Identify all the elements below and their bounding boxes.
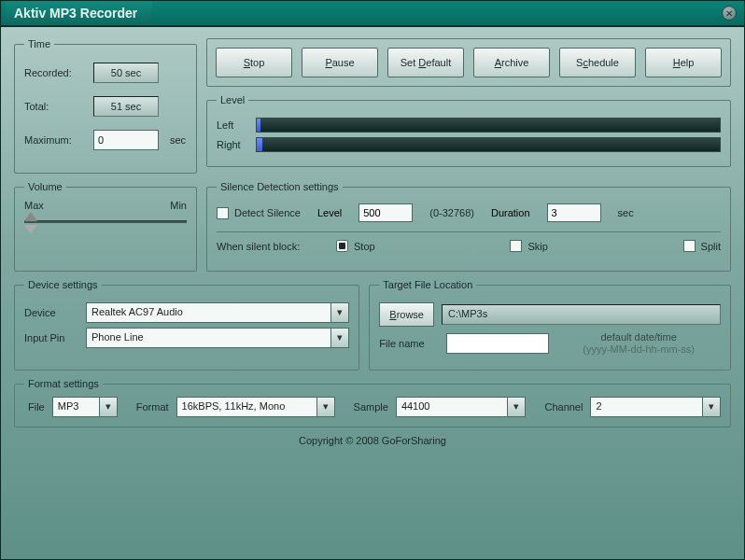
chevron-down-icon[interactable]: ▾ — [99, 397, 118, 417]
pause-button[interactable]: Pause — [302, 48, 378, 77]
silence-duration-unit: sec — [618, 207, 634, 218]
silence-group: Silence Detection settings Detect Silenc… — [206, 181, 731, 272]
app-title: Aktiv MP3 Recorder — [5, 1, 152, 24]
silence-duration-input[interactable] — [547, 203, 601, 222]
file-select[interactable]: MP3 ▾ — [52, 397, 118, 417]
device-group: Device settings Device Realtek AC97 Audi… — [14, 279, 359, 371]
channel-select[interactable]: 2 ▾ — [590, 397, 721, 417]
stop-button[interactable]: Stop — [216, 48, 292, 77]
level-left-label: Left — [217, 119, 248, 131]
maximum-unit: sec — [170, 134, 186, 146]
file-label: File — [28, 401, 45, 413]
device-label: Device — [24, 307, 78, 318]
toolbar: Stop Pause Set Default Archive Schedule … — [206, 38, 731, 87]
input-pin-select[interactable]: Phone Line ▾ — [86, 328, 349, 348]
device-select[interactable]: Realtek AC97 Audio ▾ — [86, 302, 349, 323]
detect-silence-checkbox[interactable]: Detect Silence — [217, 207, 301, 219]
browse-button[interactable]: Browse — [379, 302, 434, 327]
format-label: Format — [136, 401, 169, 413]
silence-legend: Silence Detection settings — [217, 181, 343, 192]
volume-group: Volume Max Min — [14, 181, 197, 272]
total-value: 51 sec — [93, 96, 159, 117]
checkbox-icon — [510, 240, 522, 252]
input-pin-label: Input Pin — [24, 332, 78, 343]
copyright: Copyright © 2008 GoForSharing — [14, 435, 731, 446]
level-right-meter — [256, 137, 721, 152]
silence-range: (0-32768) — [429, 207, 474, 218]
filename-input[interactable] — [446, 333, 549, 354]
silence-level-label: Level — [317, 207, 342, 218]
chevron-down-icon[interactable]: ▾ — [316, 397, 335, 417]
target-legend: Target File Location — [379, 279, 476, 290]
chevron-down-icon[interactable]: ▾ — [702, 397, 721, 417]
set-default-button[interactable]: Set Default — [387, 48, 464, 77]
time-group: Time Recorded: 50 sec Total: 51 sec Maxi… — [14, 38, 197, 174]
level-right-label: Right — [217, 139, 248, 150]
silence-duration-label: Duration — [491, 207, 530, 218]
chevron-down-icon[interactable]: ▾ — [330, 302, 349, 323]
silent-skip-radio[interactable]: Skip — [510, 240, 547, 252]
format-select[interactable]: 16kBPS, 11kHz, Mono ▾ — [176, 397, 335, 417]
format-group: Format settings File MP3 ▾ Format 16kBPS… — [14, 378, 731, 427]
recorded-value: 50 sec — [93, 63, 159, 83]
volume-legend: Volume — [24, 181, 66, 192]
help-button[interactable]: Help — [645, 48, 722, 77]
volume-min-label: Min — [170, 200, 187, 211]
level-group: Level Left Right — [206, 94, 731, 167]
titlebar: Aktiv MP3 Recorder ✕ — [1, 1, 744, 27]
filename-hint: default date/time (yyyy-MM-dd-hh-mm-ss) — [556, 331, 721, 356]
sample-select[interactable]: 44100 ▾ — [396, 397, 527, 417]
radio-icon — [336, 240, 348, 252]
device-legend: Device settings — [24, 279, 102, 290]
chevron-down-icon[interactable]: ▾ — [330, 328, 349, 348]
checkbox-icon — [683, 240, 696, 252]
silent-stop-radio[interactable]: Stop — [336, 240, 375, 252]
when-silent-label: When silent block: — [217, 241, 319, 252]
app-window: Aktiv MP3 Recorder ✕ Time Recorded: 50 s… — [0, 0, 745, 560]
silence-level-input[interactable] — [358, 203, 413, 222]
target-group: Target File Location Browse C:\MP3s File… — [369, 279, 731, 371]
level-left-meter — [256, 118, 721, 133]
app-body: Time Recorded: 50 sec Total: 51 sec Maxi… — [1, 27, 744, 450]
volume-max-label: Max — [24, 200, 44, 211]
channel-label: Channel — [544, 401, 583, 413]
volume-slider[interactable] — [24, 220, 187, 224]
total-label: Total: — [24, 101, 86, 112]
recorded-label: Recorded: — [24, 67, 86, 78]
filename-label: File name — [379, 338, 439, 349]
time-legend: Time — [24, 38, 54, 49]
volume-thumb[interactable] — [24, 212, 37, 234]
schedule-button[interactable]: Schedule — [559, 48, 636, 77]
format-legend: Format settings — [24, 378, 103, 389]
level-legend: Level — [217, 94, 248, 105]
maximum-label: Maximum: — [24, 134, 86, 146]
checkbox-icon — [217, 207, 229, 219]
path-display: C:\MP3s — [442, 304, 721, 325]
maximum-input[interactable] — [93, 130, 159, 150]
archive-button[interactable]: Archive — [473, 48, 550, 77]
chevron-down-icon[interactable]: ▾ — [507, 397, 526, 417]
silent-split-radio[interactable]: Split — [683, 240, 721, 252]
sample-label: Sample — [354, 401, 388, 413]
close-icon[interactable]: ✕ — [722, 6, 737, 21]
